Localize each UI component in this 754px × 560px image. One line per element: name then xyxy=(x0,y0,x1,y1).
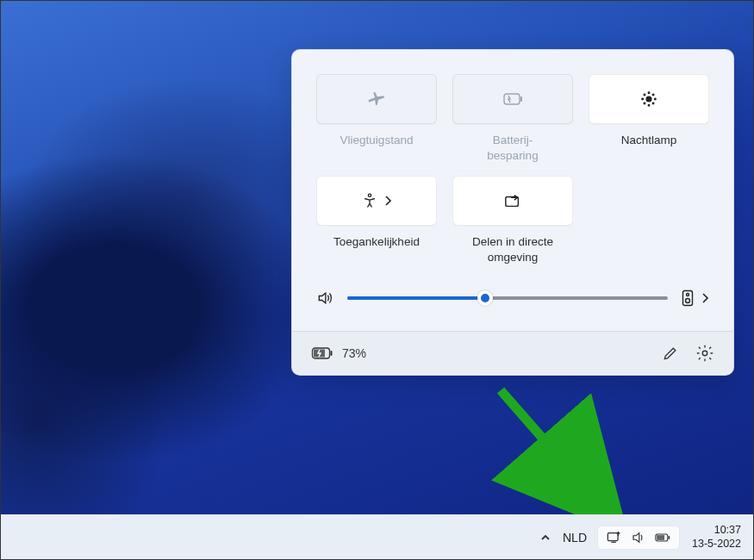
tile-label: Delen in directe omgeving xyxy=(452,234,573,265)
settings-button[interactable] xyxy=(695,344,714,363)
svg-point-15 xyxy=(686,299,690,303)
battery-icon xyxy=(655,530,670,545)
audio-output-icon[interactable] xyxy=(682,289,694,307)
volume-slider-row xyxy=(292,272,733,331)
chevron-right-icon[interactable] xyxy=(701,292,709,304)
svg-point-3 xyxy=(648,92,650,94)
system-tray-group[interactable] xyxy=(597,526,680,550)
quick-settings-panel: Vliegtuigstand Batterij- besparing xyxy=(291,49,734,376)
svg-rect-23 xyxy=(657,535,664,540)
tile-label: Batterij- besparing xyxy=(487,133,538,164)
svg-rect-1 xyxy=(520,96,522,102)
svg-point-8 xyxy=(652,94,654,96)
tile-battery-saver-button[interactable] xyxy=(452,74,573,124)
airplane-icon xyxy=(367,90,386,109)
night-light-icon xyxy=(639,90,658,109)
tile-label: Toegankelijkheid xyxy=(333,234,420,265)
tile-airplane-mode-button[interactable] xyxy=(316,74,437,124)
tile-accessibility: Toegankelijkheid xyxy=(316,176,437,265)
svg-point-10 xyxy=(652,103,654,104)
svg-point-4 xyxy=(648,105,650,107)
tray-overflow-button[interactable] xyxy=(535,527,556,548)
tile-nearby-sharing-button[interactable] xyxy=(452,176,573,226)
volume-slider-thumb[interactable] xyxy=(477,290,493,306)
chevron-right-icon xyxy=(383,195,392,207)
svg-point-19 xyxy=(702,351,707,356)
battery-status[interactable]: 73% xyxy=(311,346,366,360)
tray-clock[interactable]: 10:37 13-5-2022 xyxy=(692,524,741,551)
tile-nearby-sharing: Delen in directe omgeving xyxy=(452,176,573,265)
speaker-icon xyxy=(631,530,646,545)
quick-settings-tiles: Vliegtuigstand Batterij- besparing xyxy=(292,50,733,272)
svg-point-14 xyxy=(687,294,689,296)
cast-icon xyxy=(503,192,522,209)
battery-percent: 73% xyxy=(342,346,366,360)
tile-night-light-button[interactable] xyxy=(589,74,709,124)
svg-point-7 xyxy=(644,94,645,96)
tile-battery-saver: Batterij- besparing xyxy=(452,74,573,164)
tile-accessibility-button[interactable] xyxy=(316,176,437,226)
svg-rect-22 xyxy=(669,535,670,538)
battery-saver-icon xyxy=(502,91,524,107)
tray-time: 10:37 xyxy=(692,524,741,538)
speaker-icon[interactable] xyxy=(316,289,333,307)
battery-charging-icon xyxy=(311,346,333,360)
svg-rect-20 xyxy=(608,532,618,540)
tile-night-light: Nachtlamp xyxy=(589,74,709,164)
network-icon xyxy=(607,530,622,545)
accessibility-icon xyxy=(361,192,378,209)
svg-point-11 xyxy=(368,194,371,196)
svg-point-5 xyxy=(642,98,644,100)
svg-point-9 xyxy=(644,103,645,104)
edit-button[interactable] xyxy=(661,344,680,363)
volume-slider[interactable] xyxy=(347,296,668,300)
svg-point-6 xyxy=(655,98,657,100)
tray-language[interactable]: NLD xyxy=(563,531,587,544)
tile-airplane-mode: Vliegtuigstand xyxy=(316,74,437,164)
taskbar: NLD 10:37 13-5-2022 xyxy=(1,514,753,559)
tile-label: Vliegtuigstand xyxy=(340,133,414,164)
volume-slider-fill xyxy=(347,296,485,300)
svg-rect-0 xyxy=(504,94,520,104)
svg-point-2 xyxy=(646,96,651,102)
tray-date: 13-5-2022 xyxy=(692,538,741,551)
quick-settings-footer: 73% xyxy=(292,331,733,375)
svg-rect-17 xyxy=(331,351,333,356)
tile-label: Nachtlamp xyxy=(621,133,677,164)
